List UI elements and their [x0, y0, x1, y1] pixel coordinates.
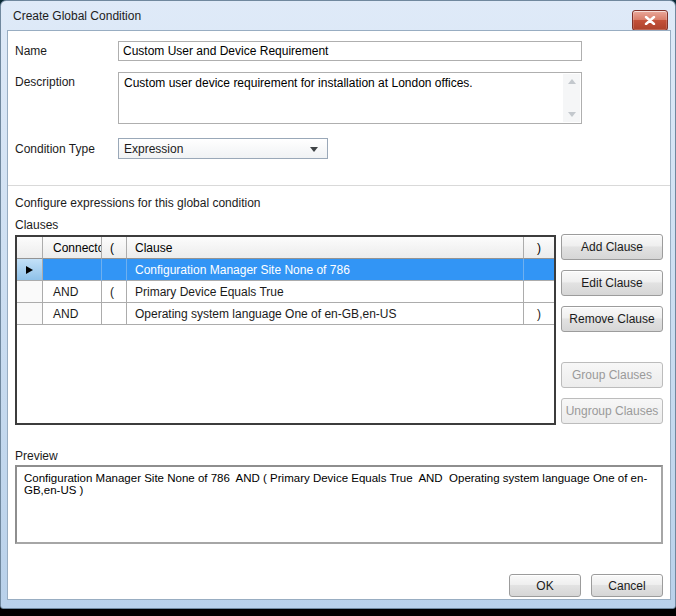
- description-scrollbar[interactable]: [563, 74, 580, 122]
- cell-open-paren: (: [102, 281, 127, 303]
- window-title: Create Global Condition: [13, 9, 141, 23]
- dialog-create-global-condition: Create Global Condition Name Description…: [0, 0, 676, 609]
- cell-clause: Configuration Manager Site None of 786: [127, 259, 524, 281]
- table-row[interactable]: Configuration Manager Site None of 786: [17, 259, 554, 281]
- cancel-button[interactable]: Cancel: [591, 574, 663, 597]
- cell-connector: AND: [43, 281, 102, 303]
- titlebar: Create Global Condition: [1, 1, 675, 30]
- row-selector-header: [17, 237, 43, 259]
- scroll-down-icon[interactable]: [563, 107, 580, 122]
- add-clause-button[interactable]: Add Clause: [561, 234, 663, 260]
- ok-button[interactable]: OK: [509, 574, 581, 597]
- chevron-down-icon: [310, 147, 318, 152]
- col-header-close-paren[interactable]: ): [524, 237, 554, 259]
- edit-clause-button[interactable]: Edit Clause: [561, 270, 663, 296]
- group-clauses-button[interactable]: Group Clauses: [561, 362, 663, 388]
- clauses-label: Clauses: [15, 218, 58, 232]
- description-input[interactable]: Custom user device requirement for insta…: [118, 72, 582, 124]
- close-button[interactable]: [632, 10, 668, 31]
- col-header-connector[interactable]: Connector: [43, 237, 102, 259]
- table-header-row: Connector ( Clause ): [17, 237, 554, 259]
- cell-open-paren: [102, 259, 127, 281]
- preview-label: Preview: [15, 449, 58, 463]
- remove-clause-button[interactable]: Remove Clause: [561, 306, 663, 332]
- section-divider: [8, 185, 670, 186]
- preview-value: Configuration Manager Site None of 786 A…: [24, 472, 655, 496]
- table-row[interactable]: AND Operating system language One of en-…: [17, 303, 554, 325]
- description-value: Custom user device requirement for insta…: [124, 76, 557, 90]
- clauses-table: Connector ( Clause ) Configuration Manag…: [15, 235, 556, 425]
- screen: Create Global Condition Name Description…: [0, 0, 676, 616]
- close-icon: [644, 16, 656, 25]
- cell-close-paren: [524, 259, 554, 281]
- condition-type-value: Expression: [124, 142, 183, 156]
- cell-connector: AND: [43, 303, 102, 325]
- selected-row-indicator: [17, 259, 43, 281]
- name-label: Name: [15, 44, 47, 58]
- row-selector: [17, 303, 43, 325]
- table-row[interactable]: AND ( Primary Device Equals True: [17, 281, 554, 303]
- name-input[interactable]: [118, 41, 582, 61]
- col-header-open-paren[interactable]: (: [102, 237, 127, 259]
- scroll-up-icon[interactable]: [563, 74, 580, 89]
- cell-clause: Primary Device Equals True: [127, 281, 524, 303]
- cell-close-paren: ): [524, 303, 554, 325]
- cell-close-paren: [524, 281, 554, 303]
- row-selector: [17, 281, 43, 303]
- condition-type-select[interactable]: Expression: [118, 138, 328, 159]
- row-pointer-icon: [26, 266, 33, 274]
- col-header-clause[interactable]: Clause: [127, 237, 524, 259]
- cell-connector: [43, 259, 102, 281]
- preview-box: Configuration Manager Site None of 786 A…: [15, 465, 663, 544]
- cell-open-paren: [102, 303, 127, 325]
- cell-clause: Operating system language One of en-GB,e…: [127, 303, 524, 325]
- ungroup-clauses-button[interactable]: Ungroup Clauses: [561, 398, 663, 424]
- description-label: Description: [15, 75, 75, 89]
- condition-type-label: Condition Type: [15, 142, 95, 156]
- section-heading: Configure expressions for this global co…: [15, 196, 260, 210]
